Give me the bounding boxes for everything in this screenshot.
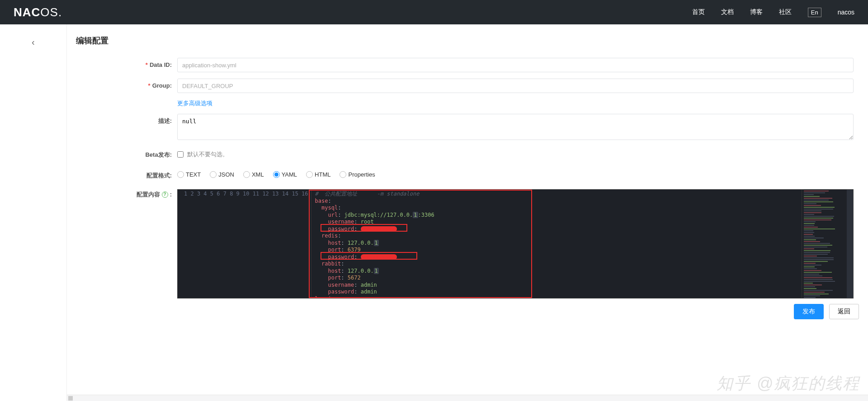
code-editor[interactable]: 1 2 3 4 5 6 7 8 9 10 11 12 13 14 15 16 #… [177, 189, 854, 298]
format-radio-yaml[interactable]: YAML [273, 171, 297, 178]
label-format: 配置格式: [146, 172, 172, 179]
nav-blog[interactable]: 博客 [750, 8, 763, 16]
back-chevron-icon[interactable]: ‹ [32, 37, 35, 47]
scrollbar-horizontal[interactable] [67, 395, 868, 401]
format-radio-properties[interactable]: Properties [340, 171, 375, 178]
beta-tip: 默认不要勾选。 [187, 150, 228, 159]
scrollbar-vertical[interactable] [847, 190, 853, 298]
label-beta: Beta发布: [145, 151, 172, 158]
page-title: 编辑配置 [76, 35, 859, 46]
beta-checkbox[interactable] [177, 151, 184, 158]
sidebar: ‹ [0, 24, 67, 401]
group-input[interactable] [177, 79, 854, 93]
format-radio-text[interactable]: TEXT [177, 171, 201, 178]
label-desc: 描述: [158, 117, 172, 124]
desc-textarea[interactable]: null [177, 114, 854, 140]
top-header: NACOS. 首页 文档 博客 社区 En nacos [0, 0, 868, 24]
label-content: 配置内容 [137, 191, 160, 198]
data-id-input[interactable] [177, 58, 854, 72]
lang-toggle[interactable]: En [808, 8, 821, 17]
nav-home[interactable]: 首页 [692, 8, 705, 16]
help-icon[interactable]: ? [162, 191, 168, 198]
logo: NACOS. [14, 5, 62, 19]
nav-community[interactable]: 社区 [779, 8, 792, 16]
nav-user[interactable]: nacos [838, 9, 854, 16]
nav-docs[interactable]: 文档 [721, 8, 734, 16]
label-group: Group: [152, 82, 172, 89]
format-radio-html[interactable]: HTML [306, 171, 330, 178]
publish-button[interactable]: 发布 [794, 304, 824, 319]
back-button[interactable]: 返回 [829, 304, 859, 319]
label-data-id: Data ID: [150, 61, 172, 68]
minimap[interactable] [802, 190, 847, 298]
format-radio-json[interactable]: JSON [210, 171, 234, 178]
format-radio-xml[interactable]: XML [243, 171, 264, 178]
advanced-options-link[interactable]: 更多高级选项 [177, 100, 212, 107]
